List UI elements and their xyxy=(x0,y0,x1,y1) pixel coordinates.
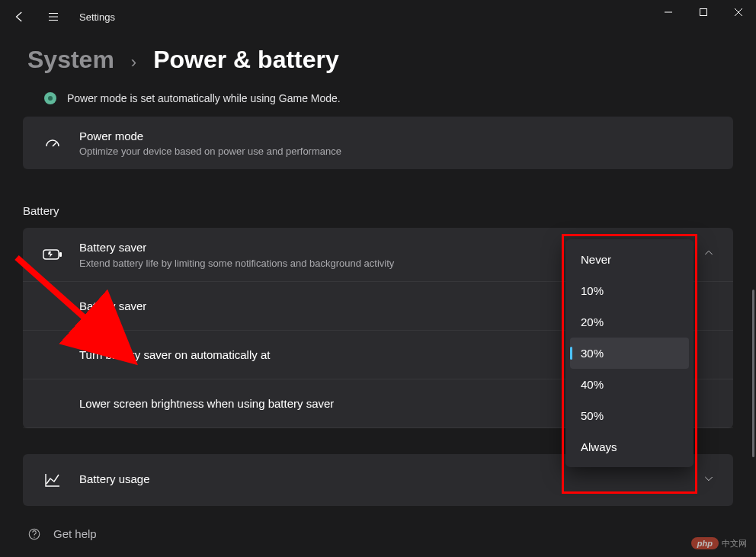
dropdown-option-20[interactable]: 20% xyxy=(570,306,689,338)
chevron-up-icon xyxy=(703,247,715,259)
power-mode-subtitle: Optimize your device based on power use … xyxy=(79,146,715,157)
maximize-button[interactable] xyxy=(686,0,721,24)
title-bar: Settings xyxy=(0,0,756,34)
maximize-icon xyxy=(699,8,708,17)
dropdown-option-30[interactable]: 30% xyxy=(570,338,689,369)
battery-usage-title: Battery usage xyxy=(79,472,672,487)
svg-rect-3 xyxy=(59,252,62,257)
minimize-icon xyxy=(664,8,673,17)
power-mode-panel[interactable]: Power mode Optimize your device based on… xyxy=(23,117,733,169)
svg-point-1 xyxy=(48,96,53,101)
back-button[interactable] xyxy=(3,0,37,34)
gauge-icon xyxy=(43,134,62,152)
dropdown-option-10[interactable]: 10% xyxy=(570,275,689,306)
dropdown-option-50[interactable]: 50% xyxy=(570,400,689,431)
close-button[interactable] xyxy=(721,0,756,24)
chevron-right-icon: › xyxy=(131,53,136,72)
battery-section-label: Battery xyxy=(23,204,733,217)
dropdown-option-40[interactable]: 40% xyxy=(570,369,689,400)
svg-point-5 xyxy=(34,536,34,537)
info-banner: Power mode is set automatically while us… xyxy=(44,92,733,104)
app-title: Settings xyxy=(70,11,115,23)
arrow-left-icon xyxy=(13,10,27,24)
game-mode-icon xyxy=(44,92,56,104)
battery-saver-icon xyxy=(43,248,62,261)
auto-turn-on-dropdown[interactable]: Never 10% 20% 30% 40% 50% Always xyxy=(565,239,694,467)
info-banner-text: Power mode is set automatically while us… xyxy=(67,92,341,104)
watermark: php中文网 xyxy=(691,537,747,549)
menu-button[interactable] xyxy=(37,0,70,34)
chevron-down-icon xyxy=(703,472,715,485)
power-mode-title: Power mode xyxy=(79,129,715,144)
window-controls xyxy=(651,0,756,24)
scrollbar[interactable] xyxy=(752,290,754,457)
help-icon xyxy=(27,527,41,541)
dropdown-option-always[interactable]: Always xyxy=(570,431,689,463)
close-icon xyxy=(734,8,743,17)
breadcrumb-parent[interactable]: System xyxy=(27,46,114,74)
dropdown-option-never[interactable]: Never xyxy=(570,244,689,275)
get-help-link[interactable]: Get help xyxy=(27,527,733,541)
svg-rect-0 xyxy=(700,9,707,16)
minimize-button[interactable] xyxy=(651,0,686,24)
chart-line-icon xyxy=(43,471,62,489)
page-title: Power & battery xyxy=(153,46,339,74)
hamburger-icon xyxy=(46,10,60,24)
breadcrumb: System › Power & battery xyxy=(27,46,733,74)
